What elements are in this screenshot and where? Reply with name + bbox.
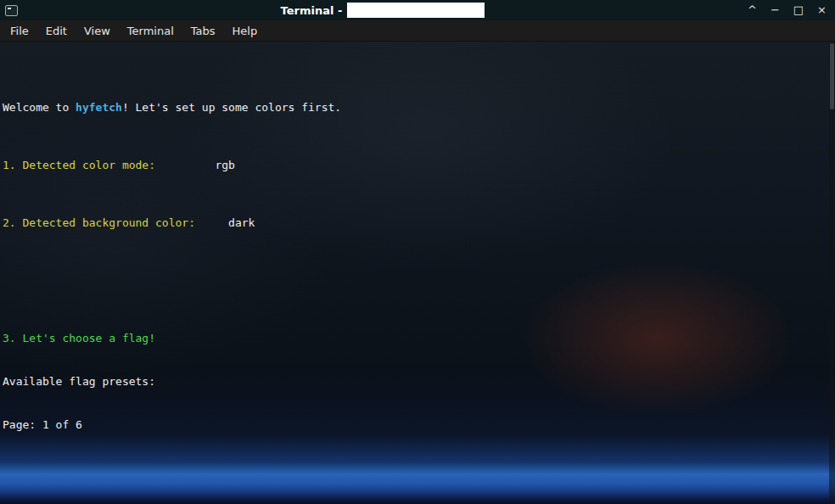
- menu-item-file[interactable]: File: [2, 22, 37, 40]
- menubar: File Edit View Terminal Tabs Help: [0, 20, 835, 42]
- menu-item-tabs[interactable]: Tabs: [182, 22, 224, 40]
- detected-color-mode-value: rgb: [215, 159, 234, 171]
- title-redacted-box: [347, 3, 485, 18]
- terminal-screen[interactable]: Welcome to hyfetch! Let's set up some co…: [0, 42, 835, 504]
- detected-background-line: 2. Detected background color: dark: [3, 216, 835, 230]
- terminal-window: Terminal - ^ − □ × File Edit View Termin…: [0, 0, 835, 504]
- terminal-icon: [5, 5, 18, 16]
- page-indicator: Page: 1 of 6: [3, 417, 835, 432]
- maximize-button[interactable]: □: [793, 0, 804, 20]
- scrollbar-thumb[interactable]: [830, 43, 834, 109]
- menu-item-edit[interactable]: Edit: [37, 22, 76, 40]
- detected-background-value: dark: [228, 216, 255, 229]
- choose-flag-heading: 3. Let's choose a flag!: [3, 331, 835, 345]
- detected-color-mode-label: 1. Detected color mode:: [3, 159, 215, 171]
- scrollbar[interactable]: [829, 42, 835, 504]
- menu-item-terminal[interactable]: Terminal: [119, 22, 182, 40]
- window-title-group: Terminal -: [18, 3, 748, 18]
- detected-color-mode-line: 1. Detected color mode: rgb: [3, 158, 835, 172]
- minimize-button[interactable]: −: [771, 0, 780, 20]
- window-title: Terminal -: [281, 4, 343, 17]
- window-controls: ^ − □ ×: [748, 0, 827, 20]
- titlebar: Terminal - ^ − □ ×: [0, 0, 835, 20]
- hyfetch-brand: hyfetch: [76, 101, 122, 114]
- available-presets-label: Available flag presets:: [3, 374, 835, 389]
- close-button[interactable]: ×: [817, 0, 827, 20]
- menu-item-help[interactable]: Help: [224, 22, 266, 40]
- welcome-suffix: ! Let's set up some colors first.: [122, 101, 341, 114]
- welcome-prefix: Welcome to: [3, 101, 76, 114]
- menu-item-view[interactable]: View: [76, 22, 119, 40]
- detected-background-label: 2. Detected background color:: [3, 216, 228, 229]
- shade-button[interactable]: ^: [748, 0, 757, 20]
- welcome-line: Welcome to hyfetch! Let's set up some co…: [3, 100, 835, 115]
